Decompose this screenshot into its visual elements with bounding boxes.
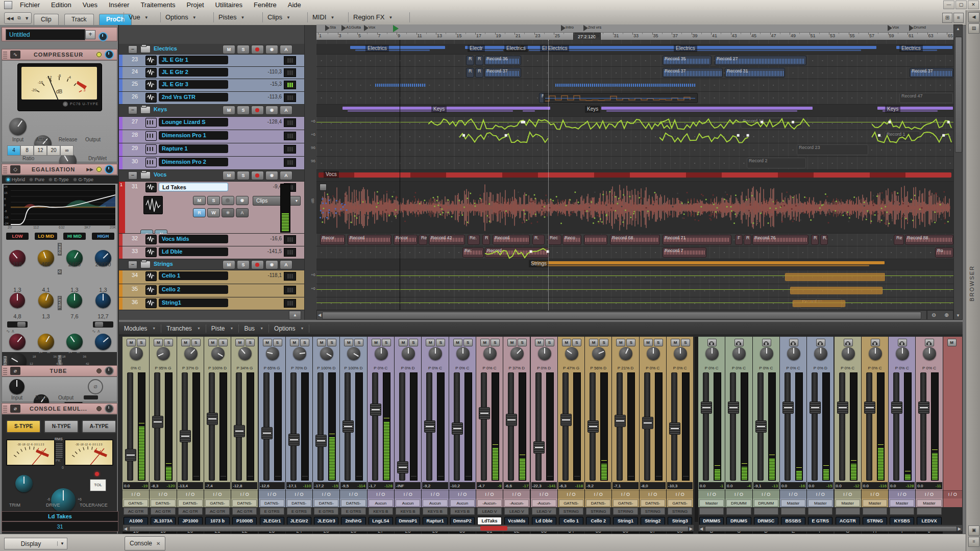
pan-knob[interactable] [842, 347, 855, 360]
midi-step-clip[interactable] [544, 93, 698, 103]
tube-toggle[interactable] [84, 395, 98, 399]
clip-r[interactable]: R [811, 235, 819, 245]
eq-header[interactable]: ◇EGALISATION▶▶ [2, 164, 117, 175]
track-row-rapture-1[interactable]: 29Rapture 1 [119, 143, 304, 157]
scroll-right-icon[interactable]: ▶ [690, 527, 693, 531]
interleave-icon[interactable] [734, 339, 744, 346]
channel-strip-string1[interactable]: MSP 21% D-7,1I / OGATNS-STRINGString136 [612, 337, 639, 507]
channel-strip-jl1073a[interactable]: MSP 95% G-8,3-120I / ODATNS-AC GTRJL1073… [150, 337, 177, 507]
eq-mode-e-type[interactable]: E-Type [48, 177, 69, 182]
clip-record-27[interactable]: Record 27 [715, 56, 806, 65]
track-row-jl-e-gtr-3[interactable]: 25JL E Gtr 3-15,3 [119, 79, 304, 92]
add-module-button[interactable]: + [85, 30, 95, 39]
archive-button[interactable]: A [280, 106, 292, 115]
track-row-jl-e-gtr-2[interactable]: 24JL E Gtr 2-110,3 [119, 67, 304, 79]
strip-name[interactable]: A1000 [124, 517, 148, 525]
solo-button[interactable]: S [626, 339, 635, 346]
float-window-icon[interactable]: ⧉ [17, 15, 20, 21]
channel-strip-jlegtr1[interactable]: MSP 65% G-12,6I / ODATNS-E GTRSJLEGtr123 [259, 337, 286, 507]
record-arm-button[interactable] [251, 106, 264, 115]
record-arm-button[interactable] [251, 260, 264, 269]
eq-mode-hybrid[interactable]: Hybrid [6, 177, 25, 182]
scroll-right-icon[interactable]: ▶ [958, 527, 961, 531]
pan-knob[interactable] [565, 347, 578, 360]
record-arm-button[interactable] [251, 45, 264, 54]
clip-record-47[interactable]: Record 47 [899, 93, 953, 103]
output-select[interactable]: STRING [613, 508, 638, 515]
pan-knob[interactable] [647, 347, 660, 360]
fader-cap[interactable] [587, 420, 599, 433]
eq-level-knob-lo-mid[interactable] [38, 334, 54, 350]
menubar-item-projet[interactable]: Projet [181, 0, 210, 10]
interleave-icon[interactable] [925, 339, 934, 346]
volume-fader[interactable] [454, 372, 460, 481]
play-cursor-marker[interactable] [393, 25, 399, 32]
browser-collapsed-bar[interactable]: ◀ ▤ BROWSER ▣ ≡ [966, 10, 980, 551]
volume-fader[interactable] [154, 372, 160, 481]
mute-button[interactable]: M [426, 339, 435, 346]
channel-strip-a1000[interactable]: MS0% C0.0-19I / OGATNS-AC GTRA100018 [122, 337, 150, 507]
bus-strip-e-gtrs[interactable]: P 0% D0.0-15I / OMasterE GTRSF [807, 337, 834, 507]
fader-cap[interactable] [615, 415, 626, 427]
fader-cap[interactable] [669, 422, 680, 435]
fader-cap[interactable] [506, 414, 517, 426]
mute-button[interactable]: M [644, 339, 653, 346]
clip-re[interactable]: Re [894, 235, 904, 245]
mute-button[interactable]: M [223, 171, 235, 180]
strip-name[interactable]: JL1073A [151, 517, 175, 525]
drive-knob[interactable] [51, 488, 76, 513]
volume-fader[interactable] [263, 372, 270, 481]
tab-clip[interactable]: Clip [34, 14, 59, 25]
clip-re[interactable]: Re [419, 235, 427, 245]
bus-output-select[interactable]: Master [699, 499, 724, 507]
menubar-item-ins-rer[interactable]: Insérer [103, 0, 135, 10]
strip-name[interactable]: JLEGtr2 [287, 517, 311, 525]
collapse-folder-button[interactable]: − [128, 261, 137, 269]
input-select[interactable]: -Aucun- [532, 499, 556, 507]
solo-button[interactable]: S [572, 339, 581, 346]
ruler-marker-vox[interactable]: Vox [892, 25, 899, 32]
folder-row-electrics[interactable]: −ElectricsMS◉A [119, 44, 304, 55]
channel-strip-jlegtr2[interactable]: MSP 70% D-17,1-110I / ODATNS-E GTRSJLEGt… [286, 337, 313, 507]
menubar-item-fichier[interactable]: Fichier [14, 0, 45, 10]
volume-fader[interactable] [508, 372, 514, 481]
bus-strip-bssbs[interactable]: P 0% C0.0-16I / OMasterBSSBSE [780, 337, 807, 507]
input-select[interactable]: Aucun [369, 499, 393, 507]
bus-strip-ledvx[interactable]: P 0% C0.0-11I / OMasterLEDVXJ [916, 337, 943, 507]
clip-r[interactable]: R [482, 235, 490, 245]
clip-record-71[interactable]: Record 71 [663, 235, 731, 245]
scroll-left-icon[interactable]: ◀ [700, 527, 703, 531]
volume-fader[interactable] [644, 372, 650, 481]
rack-name-box[interactable]: Untitled [6, 29, 85, 40]
fader-cap[interactable] [533, 441, 545, 454]
pan-knob[interactable] [320, 347, 333, 360]
input-select[interactable]: DATNS- [586, 499, 610, 507]
mute-button[interactable]: M [535, 339, 544, 346]
drag-handle[interactable] [3, 51, 7, 59]
toolbar-menu-clips[interactable]: Clips▼ [263, 10, 293, 24]
bus-strip-drums[interactable]: P 0% C0.0-4I / ODRUMMDRUMSC [725, 337, 752, 507]
ruler-marker-sta[interactable]: Sta [330, 25, 336, 32]
solo-button[interactable]: S [436, 339, 445, 346]
bus-output-select[interactable]: DRUMM [726, 499, 751, 507]
menu-icon[interactable]: ≡ [968, 537, 979, 547]
solo-button[interactable]: S [137, 339, 146, 346]
output-select[interactable]: AC GTR [232, 508, 257, 515]
vscroll-thumb[interactable] [955, 37, 962, 153]
strip-name[interactable]: JP1000 [178, 517, 203, 525]
clip-r[interactable]: R [475, 56, 483, 65]
pan-knob[interactable] [456, 347, 470, 360]
mute-button[interactable]: M [181, 339, 190, 346]
strip-name[interactable]: Cello 2 [586, 517, 610, 525]
eq-q-knob-low[interactable] [10, 293, 25, 308]
clip-r[interactable]: R. [820, 235, 828, 245]
clip-rec[interactable]: Rec [548, 235, 561, 245]
expand-left-icon[interactable]: ◀ [968, 12, 979, 22]
solo-button[interactable]: S [409, 339, 418, 346]
mute-button[interactable]: M [616, 339, 625, 346]
input-select[interactable]: DATNS- [287, 499, 311, 507]
fader-cap[interactable] [642, 417, 653, 429]
clip-record-88[interactable]: Record 88 [905, 235, 953, 245]
archive-button[interactable]: A [280, 45, 292, 54]
input-select[interactable]: Aucun [423, 499, 447, 507]
